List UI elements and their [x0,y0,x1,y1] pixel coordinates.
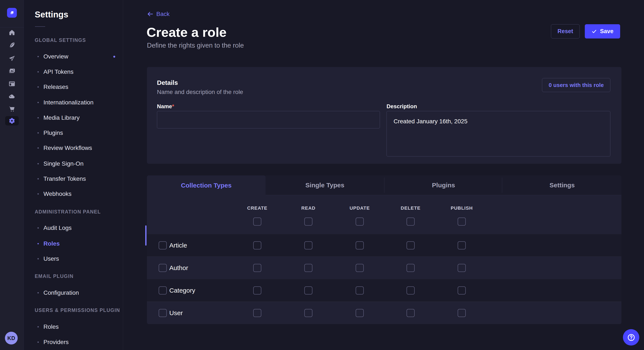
strapi-logo-glyph [9,9,15,16]
details-subtitle: Name and description of the role [157,89,243,95]
description-field-label: Description [386,103,417,110]
sidebar-item-providers[interactable]: Providers [24,335,123,350]
user-row-checkbox[interactable] [159,309,167,317]
author-update-checkbox[interactable] [356,264,364,272]
user-delete-checkbox[interactable] [406,309,415,317]
sidebar-item-single-sign-on[interactable]: Single Sign-On [24,156,123,171]
category-create-checkbox[interactable] [253,286,261,295]
article-update-checkbox[interactable] [356,241,364,249]
page-title: Create a role [146,25,226,40]
bullet-icon [38,342,39,343]
author-create-checkbox[interactable] [253,264,261,272]
sidebar-item-plugins[interactable]: Plugins [24,126,123,140]
section-global-settings: GLOBAL SETTINGS [35,37,86,43]
sidebar-title: Settings [35,10,68,19]
help-button[interactable] [623,329,639,346]
sidebar-item-configuration[interactable]: Configuration [24,285,123,300]
select-all-publish-checkbox[interactable] [458,217,466,226]
article-row-checkbox[interactable] [159,241,167,249]
article-publish-checkbox[interactable] [458,241,466,249]
article-create-checkbox[interactable] [253,241,261,249]
row-label: Article [169,234,187,257]
category-read-checkbox[interactable] [304,286,312,295]
details-title: Details [157,79,178,86]
description-textarea[interactable]: Created January 16th, 2025 [386,111,610,157]
sidebar-item-review-workflows[interactable]: Review Workflows [24,141,123,156]
back-label: Back [156,11,170,17]
sidebar-item-roles-admin[interactable]: Roles [24,236,123,251]
sidebar-item-roles-up[interactable]: Roles [24,319,123,334]
bullet-icon [38,117,39,118]
sidebar-item-internationalization[interactable]: Internationalization [24,95,123,110]
deploy-send-icon[interactable] [8,55,16,62]
tab-single-types[interactable]: Single Types [266,175,384,195]
sidebar-item-audit-logs[interactable]: Audit Logs [24,220,123,235]
settings-gear-icon[interactable] [8,117,16,124]
category-row-checkbox[interactable] [159,286,167,295]
bullet-icon [38,178,39,179]
name-input[interactable] [157,111,380,128]
bullet-icon [38,258,39,259]
strapi-logo[interactable] [7,8,17,18]
tab-settings[interactable]: Settings [503,175,622,195]
select-all-update-checkbox[interactable] [356,217,364,226]
home-icon[interactable] [8,29,16,36]
column-header-read: READ [301,205,316,211]
category-update-checkbox[interactable] [356,286,364,295]
sidebar-item-releases[interactable]: Releases [24,80,123,94]
save-button[interactable]: Save [585,24,620,38]
author-publish-checkbox[interactable] [458,264,466,272]
table-row-article: Article [147,234,622,256]
article-read-checkbox[interactable] [304,241,312,249]
permissions-panel: Collection Types Single Types Plugins Se… [147,175,622,324]
user-create-checkbox[interactable] [253,309,261,317]
category-delete-checkbox[interactable] [406,286,415,295]
user-read-checkbox[interactable] [304,309,312,317]
permissions-table: CREATE READ UPDATE DELETE PUBLISH Articl… [147,195,622,324]
sidebar-title-divider [35,26,45,27]
sidebar-item-webhooks[interactable]: Webhooks [24,186,123,201]
author-read-checkbox[interactable] [304,264,312,272]
content-manager-icon[interactable] [8,80,16,87]
cloud-icon[interactable] [8,93,16,100]
bullet-icon [38,326,39,328]
tab-collection-types[interactable]: Collection Types [147,175,266,195]
required-asterisk: * [172,103,174,110]
select-all-delete-checkbox[interactable] [406,217,415,226]
media-library-icon[interactable] [8,67,16,74]
user-update-checkbox[interactable] [356,309,364,317]
row-label: User [169,302,183,324]
sidebar-item-users[interactable]: Users [24,251,123,266]
reset-button[interactable]: Reset [551,24,580,38]
article-delete-checkbox[interactable] [406,241,415,249]
category-publish-checkbox[interactable] [458,286,466,295]
author-row-checkbox[interactable] [159,264,167,272]
back-link[interactable]: Back [147,11,170,17]
bullet-icon [38,163,39,164]
sidebar-item-media-library[interactable]: Media Library [24,110,123,125]
section-administration-panel: ADMINISTRATION PANEL [35,209,101,215]
author-delete-checkbox[interactable] [406,264,415,272]
select-all-read-checkbox[interactable] [304,217,312,226]
strapi-settings-page: KD Settings GLOBAL SETTINGS Overview API… [0,0,644,350]
check-icon [592,29,597,34]
section-users-permissions-plugin: USERS & PERMISSIONS PLUGIN [35,308,120,313]
row-label: Author [169,257,188,279]
user-avatar[interactable]: KD [5,332,18,345]
marketplace-cart-icon[interactable] [8,105,16,113]
sidebar-item-transfer-tokens[interactable]: Transfer Tokens [24,172,123,186]
tab-plugins[interactable]: Plugins [384,175,503,195]
users-with-role-button[interactable]: 0 users with this role [542,78,610,92]
settings-sidebar: Settings GLOBAL SETTINGS Overview API To… [24,0,123,350]
sidebar-scrollbar-thumb[interactable] [145,225,146,246]
row-label: Category [169,279,195,302]
column-header-delete: DELETE [401,205,420,211]
user-publish-checkbox[interactable] [458,309,466,317]
content-type-builder-icon[interactable] [8,41,16,49]
sidebar-item-api-tokens[interactable]: API Tokens [24,64,123,79]
inactive-tabs-strip: Single Types Plugins Settings [266,175,622,195]
details-card: Details Name and description of the role… [147,67,622,164]
select-all-create-checkbox[interactable] [253,217,261,226]
arrow-left-icon [147,11,153,17]
sidebar-item-overview[interactable]: Overview [24,49,123,64]
